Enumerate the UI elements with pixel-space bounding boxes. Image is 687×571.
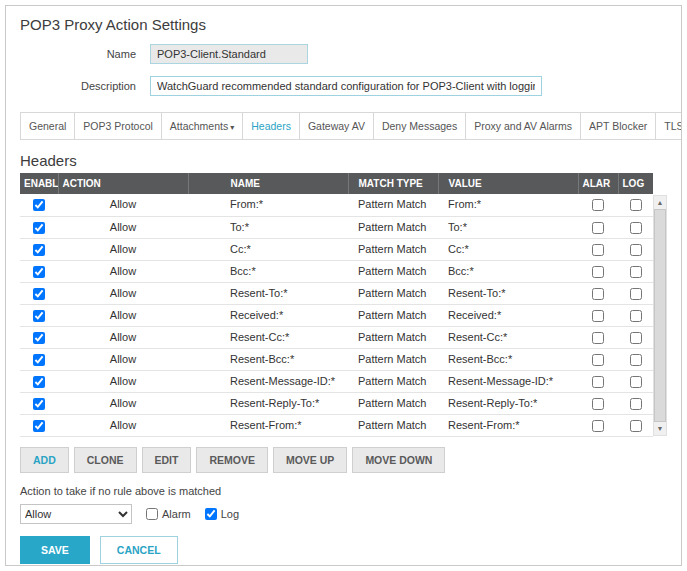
- alarm-checkbox[interactable]: [592, 266, 604, 278]
- move-up-button[interactable]: MOVE UP: [273, 447, 347, 473]
- log-checkbox[interactable]: [630, 266, 642, 278]
- log-checkbox[interactable]: [630, 332, 642, 344]
- enable-checkbox[interactable]: [33, 354, 45, 366]
- log-checkbox[interactable]: [630, 199, 642, 211]
- section-title: Headers: [20, 152, 667, 169]
- tab-tls[interactable]: TLS: [655, 112, 682, 140]
- row-value: Resent-Reply-To:*: [438, 393, 578, 415]
- col-header-enabled: ENABL: [20, 173, 58, 194]
- log-checkbox[interactable]: [630, 288, 642, 300]
- log-checkbox[interactable]: [630, 310, 642, 322]
- alarm-checkbox[interactable]: [592, 244, 604, 256]
- table-row[interactable]: Allow Resent-From:* Pattern Match Resent…: [20, 415, 653, 437]
- alarm-checkbox[interactable]: [592, 354, 604, 366]
- col-header-log: LOG: [618, 173, 653, 194]
- enable-checkbox[interactable]: [33, 222, 45, 234]
- scrollbar-thumb[interactable]: [654, 209, 666, 422]
- enable-checkbox[interactable]: [33, 288, 45, 300]
- alarm-checkbox[interactable]: [592, 199, 604, 211]
- description-input[interactable]: [150, 76, 542, 96]
- table-header-row: ENABL ACTION NAME MATCH TYPE VALUE ALAR …: [20, 173, 653, 194]
- footer-alarm-checkbox[interactable]: [146, 508, 158, 520]
- col-header-match-type: MATCH TYPE: [348, 173, 438, 194]
- enable-checkbox[interactable]: [33, 310, 45, 322]
- row-match-type: Pattern Match: [348, 326, 438, 348]
- name-input[interactable]: [150, 44, 308, 64]
- row-name: Resent-From:*: [188, 415, 348, 437]
- scroll-up-icon[interactable]: ▲: [654, 196, 666, 209]
- alarm-checkbox[interactable]: [592, 332, 604, 344]
- table-row[interactable]: Allow From:* Pattern Match From:*: [20, 194, 653, 216]
- enable-checkbox[interactable]: [33, 199, 45, 211]
- col-header-name: NAME: [188, 173, 348, 194]
- log-checkbox[interactable]: [630, 244, 642, 256]
- tab-gateway-av[interactable]: Gateway AV: [299, 112, 374, 140]
- row-name: Resent-Message-ID:*: [188, 371, 348, 393]
- log-checkbox[interactable]: [630, 354, 642, 366]
- clone-button[interactable]: CLONE: [74, 447, 137, 473]
- row-value: Resent-Cc:*: [438, 326, 578, 348]
- table-row[interactable]: Allow Cc:* Pattern Match Cc:*: [20, 238, 653, 260]
- alarm-checkbox[interactable]: [592, 222, 604, 234]
- footer-log-label: Log: [221, 508, 239, 520]
- row-match-type: Pattern Match: [348, 371, 438, 393]
- row-name: Received:*: [188, 304, 348, 326]
- row-action: Allow: [58, 238, 188, 260]
- table-row[interactable]: Allow Received:* Pattern Match Received:…: [20, 304, 653, 326]
- col-header-value: VALUE: [438, 173, 578, 194]
- row-match-type: Pattern Match: [348, 393, 438, 415]
- table-row[interactable]: Allow Bcc:* Pattern Match Bcc:*: [20, 260, 653, 282]
- table-row[interactable]: Allow Resent-To:* Pattern Match Resent-T…: [20, 282, 653, 304]
- scroll-down-icon[interactable]: ▼: [654, 422, 666, 435]
- tab-apt-blocker[interactable]: APT Blocker: [580, 112, 656, 140]
- table-scrollbar[interactable]: ▲ ▼: [653, 195, 667, 436]
- enable-checkbox[interactable]: [33, 332, 45, 344]
- default-action-controls: Allow Alarm Log: [20, 504, 667, 524]
- alarm-checkbox[interactable]: [592, 288, 604, 300]
- footer-log-checkbox[interactable]: [205, 508, 217, 520]
- table-row[interactable]: Allow To:* Pattern Match To:*: [20, 216, 653, 238]
- row-action: Allow: [58, 282, 188, 304]
- enable-checkbox[interactable]: [33, 376, 45, 388]
- tab-deny-messages[interactable]: Deny Messages: [373, 112, 466, 140]
- log-checkbox-group: Log: [205, 508, 239, 520]
- row-action: Allow: [58, 349, 188, 371]
- log-checkbox[interactable]: [630, 376, 642, 388]
- row-match-type: Pattern Match: [348, 260, 438, 282]
- headers-table-body: Allow From:* Pattern Match From:* Allow …: [20, 194, 653, 437]
- alarm-checkbox[interactable]: [592, 398, 604, 410]
- enable-checkbox[interactable]: [33, 266, 45, 278]
- row-match-type: Pattern Match: [348, 304, 438, 326]
- row-name: Resent-To:*: [188, 282, 348, 304]
- log-checkbox[interactable]: [630, 420, 642, 432]
- pop3-proxy-action-settings-panel: POP3 Proxy Action Settings Name Descript…: [5, 5, 682, 566]
- tab-general[interactable]: General: [20, 112, 75, 140]
- move-down-button[interactable]: MOVE DOWN: [352, 447, 445, 473]
- alarm-checkbox[interactable]: [592, 310, 604, 322]
- tab-proxy-and-av-alarms[interactable]: Proxy and AV Alarms: [465, 112, 581, 140]
- enable-checkbox[interactable]: [33, 398, 45, 410]
- default-action-select[interactable]: Allow: [20, 504, 132, 524]
- cancel-button[interactable]: CANCEL: [100, 536, 178, 564]
- log-checkbox[interactable]: [630, 222, 642, 234]
- add-button[interactable]: ADD: [20, 447, 69, 473]
- alarm-checkbox[interactable]: [592, 376, 604, 388]
- table-row[interactable]: Allow Resent-Bcc:* Pattern Match Resent-…: [20, 349, 653, 371]
- table-row[interactable]: Allow Resent-Cc:* Pattern Match Resent-C…: [20, 326, 653, 348]
- table-row[interactable]: Allow Resent-Message-ID:* Pattern Match …: [20, 371, 653, 393]
- enable-checkbox[interactable]: [33, 244, 45, 256]
- alarm-checkbox[interactable]: [592, 420, 604, 432]
- tab-headers[interactable]: Headers: [242, 112, 300, 140]
- row-name: To:*: [188, 216, 348, 238]
- save-cancel-row: SAVE CANCEL: [20, 536, 667, 564]
- save-button[interactable]: SAVE: [20, 536, 90, 564]
- log-checkbox[interactable]: [630, 398, 642, 410]
- tab-pop3-protocol[interactable]: POP3 Protocol: [74, 112, 161, 140]
- edit-button[interactable]: EDIT: [142, 447, 192, 473]
- col-header-alarm: ALAR: [578, 173, 618, 194]
- row-action: Allow: [58, 415, 188, 437]
- table-row[interactable]: Allow Resent-Reply-To:* Pattern Match Re…: [20, 393, 653, 415]
- enable-checkbox[interactable]: [33, 420, 45, 432]
- remove-button[interactable]: REMOVE: [196, 447, 268, 473]
- tab-attachments[interactable]: Attachments▾: [161, 112, 243, 140]
